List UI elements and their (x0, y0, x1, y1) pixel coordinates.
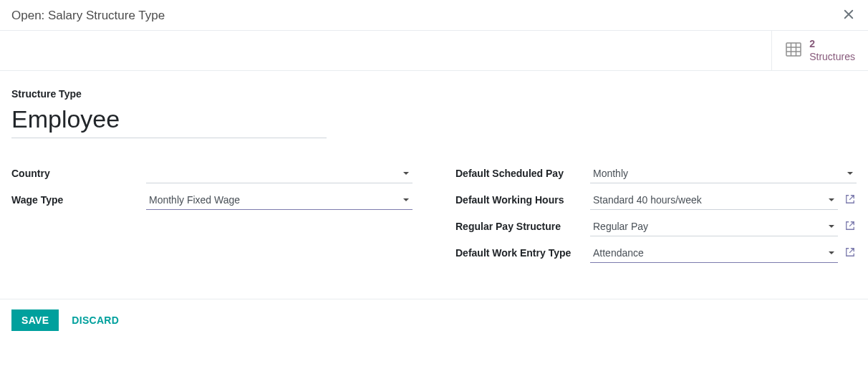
structure-type-label: Structure Type (11, 88, 857, 100)
work-entry-type-external-link[interactable] (844, 246, 857, 261)
pay-structure-select[interactable] (590, 217, 838, 236)
external-link-icon (845, 221, 855, 231)
close-icon (844, 6, 854, 22)
pay-structure-input[interactable] (590, 217, 838, 236)
structure-type-input[interactable] (11, 104, 327, 138)
pay-structure-external-link[interactable] (844, 219, 857, 234)
country-input[interactable] (146, 164, 413, 183)
structures-stat-button[interactable]: 2 Structures (771, 31, 868, 70)
form-left-column: Country Wage Type (11, 164, 413, 270)
stats-bar: 2 Structures (0, 31, 868, 71)
working-hours-row: Default Working Hours (455, 191, 857, 210)
work-entry-type-row: Default Work Entry Type (455, 244, 857, 263)
form-right-column: Default Scheduled Pay Default Working Ho… (455, 164, 857, 270)
dialog-title: Open: Salary Structure Type (11, 9, 165, 23)
work-entry-type-select[interactable] (590, 244, 838, 263)
scheduled-pay-input[interactable] (590, 164, 857, 183)
form-body: Structure Type Country Wage Type (0, 71, 868, 299)
form-grid: Country Wage Type (11, 164, 857, 270)
country-row: Country (11, 164, 413, 183)
structures-count: 2 (809, 38, 855, 51)
structures-label: Structures (809, 51, 855, 64)
working-hours-select[interactable] (590, 191, 838, 210)
working-hours-input[interactable] (590, 191, 838, 209)
external-link-icon (845, 194, 855, 204)
dialog-footer: SAVE DISCARD (0, 299, 868, 341)
work-entry-type-label: Default Work Entry Type (455, 244, 590, 259)
country-label: Country (11, 164, 146, 179)
svg-rect-0 (786, 43, 801, 56)
wage-type-input[interactable] (146, 191, 413, 209)
pay-structure-row: Regular Pay Structure (455, 217, 857, 236)
save-button[interactable]: SAVE (11, 309, 59, 331)
wage-type-row: Wage Type (11, 191, 413, 210)
external-link-icon (845, 247, 855, 257)
scheduled-pay-select[interactable] (590, 164, 857, 183)
wage-type-select[interactable] (146, 191, 413, 210)
country-select[interactable] (146, 164, 413, 183)
scheduled-pay-label: Default Scheduled Pay (455, 164, 590, 179)
grid-icon (785, 41, 802, 60)
dialog-header: Open: Salary Structure Type (0, 0, 868, 31)
close-button[interactable] (841, 7, 857, 21)
scheduled-pay-row: Default Scheduled Pay (455, 164, 857, 183)
structures-stat-text: 2 Structures (809, 38, 855, 63)
title-section: Structure Type (11, 88, 857, 138)
work-entry-type-input[interactable] (590, 244, 838, 262)
working-hours-external-link[interactable] (844, 193, 857, 208)
pay-structure-label: Regular Pay Structure (455, 217, 590, 232)
discard-button[interactable]: DISCARD (62, 309, 129, 331)
wage-type-label: Wage Type (11, 191, 146, 206)
working-hours-label: Default Working Hours (455, 191, 590, 206)
